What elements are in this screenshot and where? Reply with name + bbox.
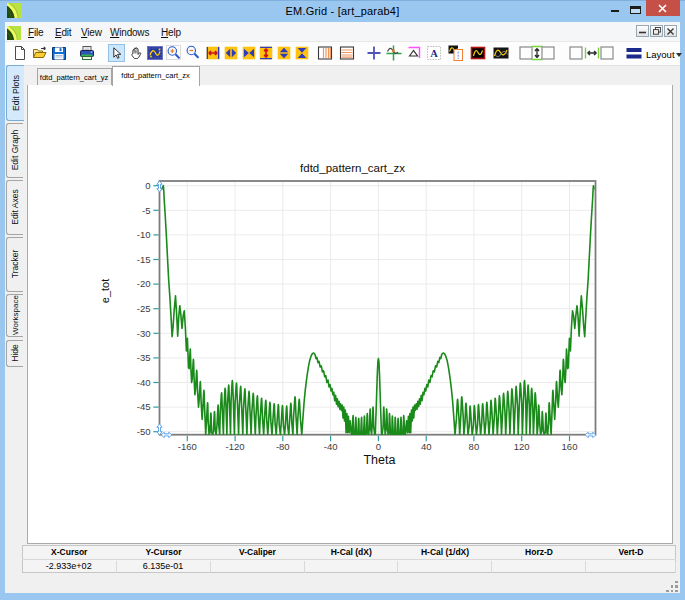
svg-text:-120: -120: [226, 441, 245, 452]
svg-text:-25: -25: [137, 303, 151, 314]
svg-text:-40: -40: [137, 377, 151, 388]
svg-text:fdtd_pattern_cart_zx: fdtd_pattern_cart_zx: [300, 162, 405, 174]
svg-text:120: 120: [514, 441, 530, 452]
svg-text:-20: -20: [137, 278, 151, 289]
svg-text:-5: -5: [142, 205, 150, 216]
svg-text:0: 0: [376, 441, 381, 452]
svg-text:-30: -30: [137, 328, 151, 339]
svg-text:160: 160: [562, 441, 578, 452]
svg-text:-160: -160: [178, 441, 197, 452]
svg-text:-15: -15: [137, 254, 151, 265]
svg-text:80: 80: [469, 441, 480, 452]
svg-text:-45: -45: [137, 401, 151, 412]
svg-text:-50: -50: [137, 426, 151, 437]
svg-text:-80: -80: [276, 441, 290, 452]
svg-text:A: A: [430, 48, 438, 59]
svg-text:40: 40: [421, 441, 432, 452]
svg-text:Theta: Theta: [363, 453, 395, 467]
svg-text:0: 0: [145, 180, 150, 191]
svg-text:-35: -35: [137, 352, 151, 363]
svg-text:e_tot: e_tot: [99, 279, 111, 303]
svg-text:-10: -10: [137, 229, 151, 240]
svg-text:-40: -40: [324, 441, 338, 452]
